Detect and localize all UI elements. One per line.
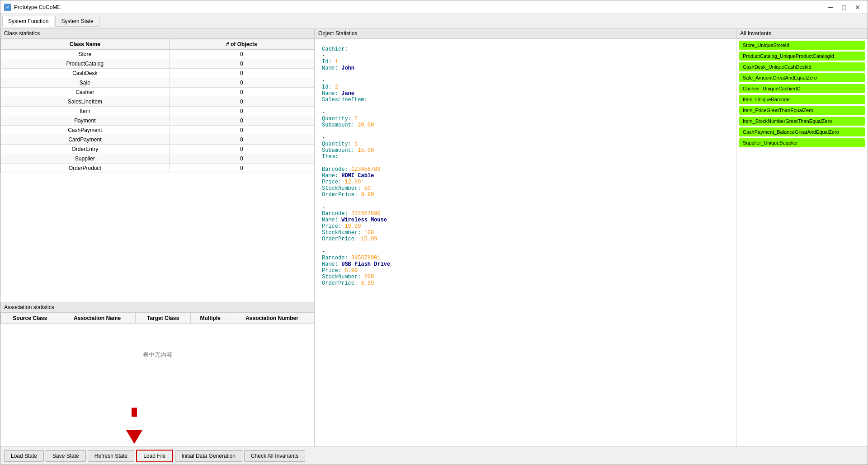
object-count-cell: 0 bbox=[169, 69, 314, 78]
assoc-table-wrapper: 表中无内容 bbox=[0, 324, 314, 446]
invariants-header: All Invariants bbox=[736, 28, 868, 39]
invariant-item: Sale_AmountGreatAndEqualZero bbox=[739, 73, 865, 82]
title-bar-left: P Prototype CoCoME bbox=[4, 4, 61, 11]
object-count-cell: 0 bbox=[169, 126, 314, 135]
object-stat-line: Name: John bbox=[322, 65, 729, 71]
object-stat-line: Subamount: 20.00 bbox=[322, 122, 729, 128]
invariant-item: Item_UniqueBarcode bbox=[739, 95, 865, 104]
table-row: Item0 bbox=[1, 107, 314, 116]
invariant-item: Item_StockNumberGreatThanEqualZero bbox=[739, 117, 865, 126]
class-name-cell: ProductCatalog bbox=[1, 59, 170, 69]
table-row: Payment0 bbox=[1, 116, 314, 126]
class-name-cell: Cashier bbox=[1, 88, 170, 97]
object-count-cell: 0 bbox=[169, 145, 314, 154]
object-stat-line: OrderPrice: 15.99 bbox=[322, 236, 729, 242]
object-count-cell: 0 bbox=[169, 50, 314, 59]
invariant-item: Supplier_UniqueSupplier bbox=[739, 138, 865, 147]
assoc-empty-text: 表中无内容 bbox=[0, 324, 314, 386]
object-stat-line: Name: HDMI Cable bbox=[322, 173, 729, 179]
invariant-item: CashDesk_UniqueCashDeskId bbox=[739, 62, 865, 71]
title-bar-controls: ─ □ ✕ bbox=[824, 2, 864, 12]
class-name-cell: Supplier bbox=[1, 154, 170, 164]
refresh-state-button[interactable]: Refresh State bbox=[88, 450, 134, 462]
object-stat-line: - bbox=[322, 160, 729, 166]
table-row: Supplier0 bbox=[1, 154, 314, 164]
minimize-button[interactable]: ─ bbox=[824, 2, 837, 12]
class-name-cell: SalesLineItem bbox=[1, 97, 170, 107]
invariant-item: Store_UniqueStoreId bbox=[739, 41, 865, 50]
tab-system-state[interactable]: System State bbox=[55, 16, 99, 27]
object-stat-line bbox=[322, 242, 729, 249]
initial-data-button[interactable]: Initial Data Generation bbox=[175, 450, 242, 462]
arrow-stem bbox=[132, 408, 137, 417]
object-count-cell: 0 bbox=[169, 88, 314, 97]
invariants-list: Store_UniqueStoreIdProductCatalog_Unique… bbox=[736, 39, 868, 149]
class-stats-wrapper: Class Name # of Objects Store0ProductCat… bbox=[0, 39, 314, 302]
object-stat-line: Quantity: 2 bbox=[322, 116, 729, 122]
window-title: Prototype CoCoME bbox=[14, 4, 61, 10]
association-section: Association statistics Source Class Asso… bbox=[0, 302, 314, 446]
object-stat-line: StockNumber: 100 bbox=[322, 230, 729, 236]
table-row: CashDesk0 bbox=[1, 69, 314, 78]
load-file-button[interactable]: Load File bbox=[136, 450, 173, 462]
object-stat-line bbox=[322, 71, 729, 78]
object-stat-line: StockNumber: 50 bbox=[322, 185, 729, 192]
object-stat-line: StockNumber: 200 bbox=[322, 274, 729, 280]
class-name-cell: Payment bbox=[1, 116, 170, 126]
object-count-cell: 0 bbox=[169, 164, 314, 173]
class-name-cell: CardPayment bbox=[1, 135, 170, 145]
title-bar: P Prototype CoCoME ─ □ ✕ bbox=[0, 0, 868, 14]
association-statistics-header: Association statistics bbox=[0, 302, 314, 313]
table-row: Cashier0 bbox=[1, 88, 314, 97]
col-num-objects: # of Objects bbox=[169, 39, 314, 50]
invariant-item: CashPayment_BalanceGreatAndEqualZero bbox=[739, 127, 865, 136]
class-name-cell: Item bbox=[1, 107, 170, 116]
object-stat-line: Barcode: 345678901 bbox=[322, 255, 729, 261]
arrow-indicator bbox=[126, 422, 142, 444]
class-name-cell: OrderProduct bbox=[1, 164, 170, 173]
object-stat-line: - bbox=[322, 249, 729, 255]
object-count-cell: 0 bbox=[169, 154, 314, 164]
object-count-cell: 0 bbox=[169, 97, 314, 107]
object-stat-line: Barcode: 123456789 bbox=[322, 166, 729, 173]
object-stat-line: Cashier: bbox=[322, 46, 729, 52]
class-name-cell: CashDesk bbox=[1, 69, 170, 78]
object-stat-line: Price: 19.99 bbox=[322, 223, 729, 230]
object-stat-line: Name: Jane bbox=[322, 90, 729, 97]
col-multiple: Multiple bbox=[191, 313, 230, 324]
object-stat-line bbox=[322, 198, 729, 204]
close-button[interactable]: ✕ bbox=[851, 2, 864, 12]
object-stat-line: Subamount: 15.00 bbox=[322, 147, 729, 154]
load-state-button[interactable]: Load State bbox=[4, 450, 44, 462]
col-source-class: Source Class bbox=[1, 313, 59, 324]
object-stat-line: - bbox=[322, 52, 729, 59]
association-table: Source Class Association Name Target Cla… bbox=[0, 313, 314, 324]
tab-system-function[interactable]: System Function bbox=[2, 16, 54, 27]
object-count-cell: 0 bbox=[169, 59, 314, 69]
menu-bar: System Function System State bbox=[0, 14, 868, 28]
maximize-button[interactable]: □ bbox=[838, 2, 850, 12]
object-stat-line bbox=[322, 128, 729, 135]
save-state-button[interactable]: Save State bbox=[46, 450, 86, 462]
object-stat-line: Barcode: 234567890 bbox=[322, 211, 729, 217]
object-stat-line: Id: 2 bbox=[322, 84, 729, 90]
table-row: SalesLineItem0 bbox=[1, 97, 314, 107]
object-stat-line: - bbox=[322, 204, 729, 211]
object-stat-line: Name: Wireless Mouse bbox=[322, 217, 729, 223]
main-content: Class statistics Class Name # of Objects… bbox=[0, 28, 868, 446]
class-stats-table: Class Name # of Objects Store0ProductCat… bbox=[0, 39, 314, 173]
invariant-item: Item_PriceGreatThanEqualZero bbox=[739, 106, 865, 115]
object-stat-line: SalesLineItem: bbox=[322, 97, 729, 103]
left-panel: Class statistics Class Name # of Objects… bbox=[0, 28, 315, 446]
object-stat-line bbox=[322, 103, 729, 109]
table-row: Sale0 bbox=[1, 78, 314, 88]
object-stat-line: Price: 12.99 bbox=[322, 179, 729, 185]
object-stat-line: OrderPrice: 9.99 bbox=[322, 192, 729, 198]
object-stat-line: Id: 1 bbox=[322, 59, 729, 65]
class-name-cell: OrderEntry bbox=[1, 145, 170, 154]
object-count-cell: 0 bbox=[169, 135, 314, 145]
invariant-item: ProductCatalog_UniqueProductCatalogId bbox=[739, 52, 865, 61]
right-panel: All Invariants Store_UniqueStoreIdProduc… bbox=[736, 28, 868, 446]
check-invariants-button[interactable]: Check All Invariants bbox=[244, 450, 305, 462]
object-stats-content: Cashier:- Id: 1 Name: John - Id: 2 Name:… bbox=[315, 39, 736, 446]
